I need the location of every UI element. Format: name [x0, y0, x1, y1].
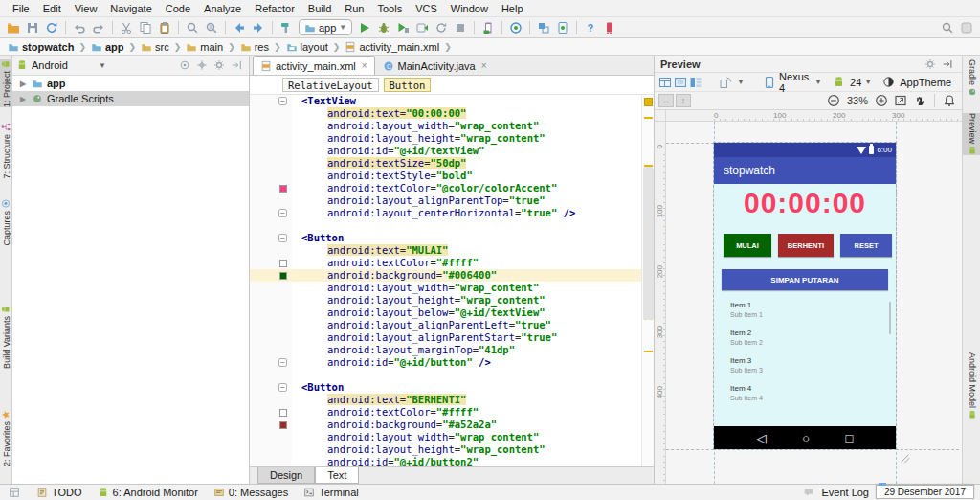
device-button[interactable]	[479, 19, 498, 36]
list-scrollbar[interactable]	[889, 302, 891, 334]
breadcrumb-item-main[interactable]: main	[184, 41, 225, 53]
code-line[interactable]: android:layout_alignParentTop="true"	[250, 194, 654, 207]
code-line[interactable]	[250, 219, 654, 232]
chip-relativelayout[interactable]: RelativeLayout	[282, 78, 379, 92]
date-widget[interactable]: 29 Desember 2017	[876, 485, 974, 499]
tab-design[interactable]: Design	[257, 467, 315, 484]
file-warning-indicator-icon[interactable]	[644, 98, 653, 106]
stop-button[interactable]	[451, 19, 470, 36]
layout-variant-blueprint-icon[interactable]	[674, 75, 687, 90]
profiler-red-button[interactable]	[600, 19, 619, 36]
avd-button[interactable]	[553, 19, 572, 36]
code-line[interactable]: −<Button	[250, 232, 654, 244]
code-line[interactable]: −android:id="@+id/button" />	[250, 356, 654, 369]
code-line[interactable]: android:layout_height="wrap_content"	[250, 132, 654, 145]
code-line[interactable]: android:layout_below="@+id/textView"	[250, 307, 654, 319]
copy-button[interactable]	[136, 19, 155, 36]
code-editor[interactable]: −<TextViewandroid:text="00:00:00"android…	[250, 95, 654, 466]
target-icon[interactable]	[176, 57, 193, 73]
menu-item-window[interactable]: Window	[444, 2, 495, 15]
color-swatch-icon[interactable]	[279, 185, 287, 193]
nav-recents-icon[interactable]: □	[845, 431, 853, 445]
menu-item-file[interactable]: File	[6, 2, 36, 15]
match-height-button[interactable]: ↕	[676, 94, 691, 107]
close-tab-icon[interactable]: ×	[481, 60, 487, 71]
status-item-0-messages[interactable]: 0: Messages	[213, 487, 288, 498]
layout-variant-icon[interactable]	[658, 75, 672, 90]
debug-button[interactable]	[374, 19, 393, 36]
fold-marker-icon[interactable]: −	[278, 97, 287, 105]
list-item[interactable]: Item 3Sub Item 3	[730, 355, 896, 375]
code-line[interactable]: android:textSize="50dp"	[250, 157, 654, 170]
run-configuration-selector[interactable]: app▼	[299, 19, 352, 35]
menu-item-refactor[interactable]: Refactor	[248, 2, 301, 15]
match-width-button[interactable]: ↔	[658, 94, 674, 107]
code-line[interactable]: android:textColor="#ffff"	[250, 257, 654, 269]
open-button[interactable]	[4, 19, 23, 36]
code-line[interactable]: −<Button	[250, 381, 654, 394]
nav-home-icon[interactable]: ○	[802, 431, 810, 445]
tool-tab-2-favorites[interactable]: 2: Favorites	[0, 410, 12, 466]
chip-button[interactable]: Button	[384, 78, 432, 92]
layout-variant-list-icon[interactable]	[689, 75, 702, 90]
mulai-button[interactable]: MULAI	[724, 234, 771, 257]
code-line[interactable]: android:textColor="#ffff"	[250, 406, 654, 419]
breadcrumb-item-app[interactable]: app	[89, 41, 126, 53]
tool-tab-build-variants[interactable]: Build Variants	[0, 305, 12, 369]
menu-item-run[interactable]: Run	[338, 2, 370, 15]
warning-stripe-icon[interactable]	[644, 117, 653, 119]
gradle-sync-button[interactable]	[506, 19, 525, 36]
breadcrumb-item-stopwatch[interactable]: stopwatch	[6, 41, 76, 53]
save-button[interactable]	[23, 19, 42, 36]
fold-marker-icon[interactable]: −	[278, 358, 287, 367]
zoom-out-icon[interactable]	[825, 93, 842, 108]
code-line[interactable]: android:textStyle="bold"	[250, 170, 654, 182]
resize-handle-icon[interactable]	[900, 453, 911, 466]
menu-item-code[interactable]: Code	[159, 2, 197, 15]
sdk-button[interactable]	[534, 19, 553, 36]
code-line[interactable]: android:layout_height="wrap_content"	[250, 294, 654, 307]
search-everywhere-button[interactable]	[938, 19, 957, 36]
undo-button[interactable]	[70, 19, 89, 36]
hide-panel-icon[interactable]	[939, 57, 956, 72]
toolwindow-toggle-icon[interactable]	[6, 485, 23, 500]
api-selector[interactable]: 24 ▼	[827, 75, 875, 90]
device-selector[interactable]: Nexus 4 ▼	[759, 71, 825, 94]
event-log-button[interactable]: Event Log	[800, 485, 869, 500]
code-line[interactable]: android:textColor="@color/colorAccent"	[250, 182, 654, 194]
breadcrumb-item-activity_main-xml[interactable]: activity_main.xml	[343, 41, 441, 53]
code-line[interactable]: android:layout_width="wrap_content"	[250, 431, 654, 443]
tool-tab-captures[interactable]: Captures	[0, 199, 12, 246]
gear-icon[interactable]	[922, 57, 939, 72]
collapse-icon[interactable]	[228, 57, 245, 73]
breadcrumb-item-layout[interactable]: layout	[284, 41, 330, 53]
code-line[interactable]: −<TextView	[250, 95, 654, 107]
color-swatch-icon[interactable]	[279, 409, 287, 417]
status-item-todo[interactable]: TODO	[36, 487, 82, 498]
color-swatch-icon[interactable]	[279, 272, 287, 280]
menu-item-view[interactable]: View	[68, 2, 104, 15]
warning-stripe-icon[interactable]	[644, 351, 653, 352]
code-line[interactable]: android:text="00:00:00"	[250, 107, 654, 120]
hammer-button[interactable]	[277, 19, 296, 36]
code-line[interactable]: android:id="@+id/textView"	[250, 145, 654, 157]
tool-tab-android-model[interactable]: Android Model	[962, 352, 980, 420]
cut-button[interactable]	[117, 19, 136, 36]
restart-button[interactable]	[432, 19, 451, 36]
tab-text[interactable]: Text	[315, 467, 359, 484]
code-line[interactable]: android:layout_marginTop="41dp"	[250, 344, 654, 356]
tool-tab-preview[interactable]: Preview	[962, 113, 980, 155]
fold-marker-icon[interactable]: −	[278, 234, 287, 242]
help-button[interactable]: ?	[581, 19, 600, 36]
editor-scrollbar[interactable]	[641, 95, 654, 466]
notifications-bell-icon[interactable]	[941, 93, 958, 108]
user-button[interactable]	[957, 19, 976, 36]
find-button[interactable]	[183, 19, 202, 36]
locate-icon[interactable]	[193, 57, 211, 73]
code-line[interactable]: android:layout_height="wrap_content"	[250, 443, 654, 456]
gear-icon[interactable]	[211, 57, 228, 73]
close-tab-icon[interactable]: ×	[362, 60, 368, 71]
fold-marker-icon[interactable]: −	[278, 209, 287, 217]
code-line[interactable]	[250, 369, 654, 381]
color-swatch-icon[interactable]	[279, 260, 287, 267]
